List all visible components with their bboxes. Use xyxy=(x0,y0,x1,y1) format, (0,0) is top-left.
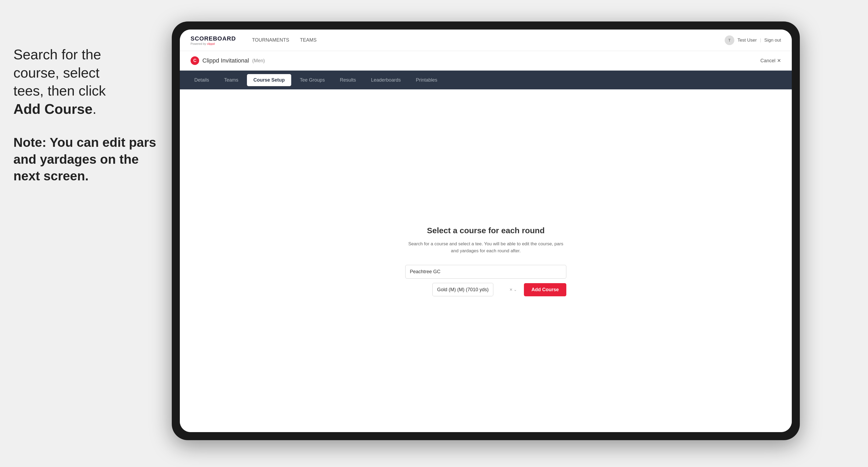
section-description: Search for a course and select a tee. Yo… xyxy=(405,241,566,254)
instruction-bold: Add Course xyxy=(13,101,93,117)
tee-select-row: Gold (M) (M) (7010 yds) Add Course xyxy=(405,283,566,296)
logo-area: SCOREBOARD Powered by clippd xyxy=(191,35,236,45)
main-content: Select a course for each round Search fo… xyxy=(180,89,792,432)
sign-out-link[interactable]: Sign out xyxy=(765,38,781,43)
tee-select[interactable]: Gold (M) (M) (7010 yds) xyxy=(432,283,493,296)
tablet-screen: SCOREBOARD Powered by clippd TOURNAMENTS… xyxy=(180,30,792,432)
cancel-label: Cancel xyxy=(761,58,775,64)
tournament-name: Clippd Invitational xyxy=(203,57,249,64)
tournament-icon: C xyxy=(191,56,199,65)
nav-teams[interactable]: TEAMS xyxy=(300,35,317,45)
note-text: Note: You can edit pars and yardages on … xyxy=(13,134,158,184)
user-name: Test User xyxy=(738,38,757,43)
pipe-separator: | xyxy=(760,38,761,43)
cancel-icon: ✕ xyxy=(777,58,781,64)
content-box: Select a course for each round Search fo… xyxy=(405,226,566,296)
annotation-area: Search for thecourse, selecttees, then c… xyxy=(0,35,172,195)
instruction-text: Search for thecourse, selecttees, then c… xyxy=(13,45,158,118)
tab-bar: Details Teams Course Setup Tee Groups Re… xyxy=(180,70,792,89)
nav-links: TOURNAMENTS TEAMS xyxy=(252,35,725,45)
course-search-input[interactable] xyxy=(405,265,566,279)
logo-title: SCOREBOARD xyxy=(191,35,236,42)
tournament-header: C Clippd Invitational (Men) Cancel ✕ xyxy=(180,51,792,70)
tee-select-wrapper: Gold (M) (M) (7010 yds) xyxy=(405,283,521,296)
user-avatar: T xyxy=(725,35,734,45)
logo-subtitle: Powered by clippd xyxy=(191,42,236,45)
tab-printables[interactable]: Printables xyxy=(409,74,444,86)
nav-tournaments[interactable]: TOURNAMENTS xyxy=(252,35,289,45)
tab-details[interactable]: Details xyxy=(188,74,216,86)
section-title: Select a course for each round xyxy=(405,226,566,235)
tab-leaderboards[interactable]: Leaderboards xyxy=(365,74,407,86)
instruction-period: . xyxy=(93,101,96,117)
tab-results[interactable]: Results xyxy=(333,74,362,86)
tab-course-setup[interactable]: Course Setup xyxy=(247,74,291,86)
cancel-button[interactable]: Cancel ✕ xyxy=(761,58,781,64)
tournament-title-area: C Clippd Invitational (Men) xyxy=(191,56,265,65)
tournament-division: (Men) xyxy=(252,58,265,64)
tab-tee-groups[interactable]: Tee Groups xyxy=(293,74,331,86)
tab-teams[interactable]: Teams xyxy=(218,74,245,86)
add-course-button[interactable]: Add Course xyxy=(524,283,566,296)
top-navbar: SCOREBOARD Powered by clippd TOURNAMENTS… xyxy=(180,30,792,51)
user-area: T Test User | Sign out xyxy=(725,35,781,45)
tablet-device: SCOREBOARD Powered by clippd TOURNAMENTS… xyxy=(172,22,800,440)
